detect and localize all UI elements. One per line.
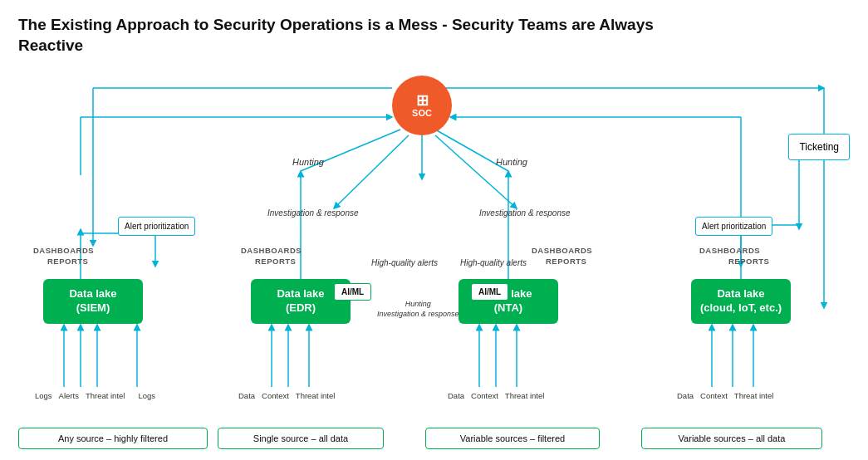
- svg-line-8: [435, 135, 517, 208]
- hunting-label-left: Hunting: [292, 157, 324, 167]
- ticketing-label: Ticketing: [799, 141, 839, 153]
- bottom-label-4: Variable sources – all data: [641, 428, 822, 449]
- edr-reports: REPORTS: [255, 257, 296, 266]
- data-lake-siem: Data lake (SIEM): [43, 279, 143, 324]
- inner-hunt-label: Hunting Investigation & response: [377, 300, 459, 319]
- hunting-label-right: Hunting: [496, 157, 527, 167]
- hq-label-left: High-quality alerts: [371, 258, 438, 267]
- ticketing-box: Ticketing: [788, 134, 850, 160]
- soc-icon: ⊞: [416, 93, 429, 108]
- siem-input-labels: Logs Alerts Threat intel Logs: [35, 391, 155, 400]
- inv-label-left: Investigation & response: [267, 208, 359, 218]
- data-lake-cloud: Data lake (cloud, IoT, etc.): [691, 279, 791, 324]
- hq-label-right: High-quality alerts: [460, 258, 527, 267]
- aiml-box-left: AI/ML: [334, 283, 371, 301]
- cloud-reports: REPORTS: [728, 257, 769, 266]
- page-title: The Existing Approach to Security Operat…: [18, 15, 666, 56]
- bottom-label-3: Variable sources – filtered: [425, 428, 600, 449]
- edr-dashboards: DASHBOARDS: [241, 246, 302, 255]
- cloud-dashboards: DASHBOARDS: [699, 246, 760, 255]
- soc-label: SOC: [412, 108, 432, 118]
- nta-dashboards: DASHBOARDS: [532, 246, 592, 255]
- diagram: ⊞ SOC Ticketing Alert prioritization Ale…: [18, 67, 850, 449]
- alert-box-left: Alert prioritization: [118, 217, 195, 236]
- soc-circle: ⊞ SOC: [392, 76, 452, 135]
- bottom-label-2: Single source – all data: [218, 428, 384, 449]
- siem-dashboards: DASHBOARDS: [33, 246, 94, 255]
- nta-reports: REPORTS: [546, 257, 586, 266]
- siem-reports: REPORTS: [47, 257, 88, 266]
- cloud-input-labels: Data Context Threat intel: [677, 391, 773, 400]
- inv-label-right: Investigation & response: [479, 208, 571, 218]
- alert-box-right: Alert prioritization: [695, 217, 772, 236]
- bottom-label-1: Any source – highly filtered: [18, 428, 208, 449]
- svg-line-7: [334, 135, 409, 208]
- aiml-box-right: AI/ML: [471, 283, 508, 301]
- edr-input-labels: Data Context Threat intel: [238, 391, 335, 400]
- nta-input-labels: Data Context Threat intel: [448, 391, 544, 400]
